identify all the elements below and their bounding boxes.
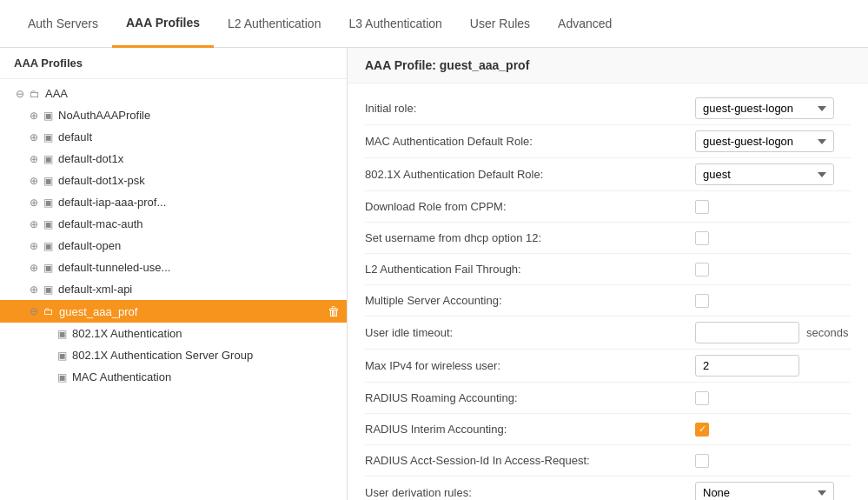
select-dot1x-default-role[interactable]: guestguest-guest-logondefault <box>695 163 834 185</box>
tree-item-default-open[interactable]: ⊕▣default-open <box>0 235 347 257</box>
top-nav: Auth ServersAAA ProfilesL2 Authenticatio… <box>0 0 868 48</box>
tree-item-default-iap-aaa-prof[interactable]: ⊕▣default-iap-aaa-prof... <box>0 191 347 213</box>
form-control-user-idle-timeout: seconds <box>695 322 851 343</box>
expand-icon[interactable]: ⊕ <box>28 240 40 252</box>
form-row-download-role-cppm: Download Role from CPPM: <box>365 191 851 223</box>
tree-item-label: default-mac-auth <box>58 217 340 230</box>
expand-icon[interactable]: ⊕ <box>28 283 40 296</box>
form-label-radius-interim-accounting: RADIUS Interim Accounting: <box>365 423 695 436</box>
nav-item-aaa-profiles[interactable]: AAA Profiles <box>112 0 214 48</box>
form-control-max-ipv4-wireless <box>695 355 851 377</box>
file-icon: ▣ <box>57 328 67 340</box>
checkbox-radius-interim-accounting[interactable]: ✓ <box>695 423 709 437</box>
form-row-dot1x-default-role: 802.1X Authentication Default Role:guest… <box>365 158 851 191</box>
form-row-user-idle-timeout: User idle timeout:seconds <box>365 317 851 350</box>
tree-item-label: MAC Authentication <box>72 370 340 383</box>
form-row-mac-auth-default-role: MAC Authentication Default Role:guest-gu… <box>365 125 851 158</box>
seconds-label: seconds <box>806 326 848 339</box>
checkbox-l2-auth-fail-through[interactable] <box>695 263 709 277</box>
tree-item-mac-auth[interactable]: ▣MAC Authentication <box>0 366 347 388</box>
form-label-user-derivation-rules: User derivation rules: <box>365 486 695 499</box>
form-row-radius-acct-session-id: RADIUS Acct-Session-Id In Access-Request… <box>365 445 851 477</box>
tree-item-default-dot1x-psk[interactable]: ⊕▣default-dot1x-psk <box>0 170 347 191</box>
right-panel-title: AAA Profile: guest_aaa_prof <box>348 48 868 83</box>
expand-icon[interactable]: ⊕ <box>28 218 40 230</box>
input-max-ipv4-wireless[interactable] <box>695 355 799 377</box>
tree-item-no-auth[interactable]: ⊕▣NoAuthAAAProfile <box>0 104 347 126</box>
form-row-initial-role: Initial role:guest-guest-logonguestdefau… <box>365 92 851 125</box>
form-row-set-username-dhcp: Set username from dhcp option 12: <box>365 223 851 254</box>
form-control-user-derivation-rules: None <box>695 482 851 500</box>
file-icon: ▣ <box>57 350 67 362</box>
checkbox-radius-acct-session-id[interactable] <box>695 454 709 468</box>
delete-icon[interactable]: 🗑 <box>328 304 340 318</box>
collapse-icon[interactable]: ⊖ <box>28 305 40 317</box>
file-icon: ▣ <box>43 153 53 165</box>
tree-item-aaa-root[interactable]: ⊖🗀AAA <box>0 83 347 104</box>
nav-item-auth-servers[interactable]: Auth Servers <box>14 0 112 48</box>
nav-item-advanced[interactable]: Advanced <box>544 0 626 48</box>
file-icon: ▣ <box>43 110 53 122</box>
expand-icon[interactable]: ⊕ <box>28 153 40 165</box>
form-control-initial-role: guest-guest-logonguestdefault <box>695 97 851 119</box>
expand-icon[interactable]: ⊕ <box>28 110 40 122</box>
tree-item-label: 802.1X Authentication Server Group <box>72 349 340 362</box>
folder-icon: 🗀 <box>30 88 40 100</box>
tree-item-default[interactable]: ⊕▣default <box>0 126 347 148</box>
file-icon: ▣ <box>43 218 53 230</box>
tree-item-label: default-xml-api <box>58 283 340 296</box>
tree-item-label: default-dot1x <box>58 152 340 165</box>
input-user-idle-timeout[interactable] <box>695 322 799 343</box>
expand-icon[interactable]: ⊕ <box>28 262 40 274</box>
tree-item-dot1x-auth[interactable]: ▣802.1X Authentication <box>0 323 347 344</box>
form-row-user-derivation-rules: User derivation rules:None <box>365 477 851 500</box>
checkbox-download-role-cppm[interactable] <box>695 200 709 214</box>
file-icon: ▣ <box>43 283 53 296</box>
form-control-l2-auth-fail-through <box>695 263 851 277</box>
form-label-set-username-dhcp: Set username from dhcp option 12: <box>365 231 695 244</box>
expand-icon[interactable]: ⊕ <box>28 131 40 143</box>
form-control-download-role-cppm <box>695 200 851 214</box>
nav-item-user-rules[interactable]: User Rules <box>456 0 544 48</box>
select-initial-role[interactable]: guest-guest-logonguestdefault <box>695 97 834 119</box>
checkbox-radius-roaming-accounting[interactable] <box>695 391 709 405</box>
tree-item-default-xml-api[interactable]: ⊕▣default-xml-api <box>0 278 347 300</box>
select-mac-auth-default-role[interactable]: guest-guest-logonguestdefault <box>695 130 834 152</box>
select-user-derivation-rules[interactable]: None <box>695 482 834 500</box>
form-section: Initial role:guest-guest-logonguestdefau… <box>348 83 868 500</box>
form-label-l2-auth-fail-through: L2 Authentication Fail Through: <box>365 263 695 276</box>
form-control-multiple-server-accounting <box>695 294 851 308</box>
left-panel-title: AAA Profiles <box>0 48 347 79</box>
collapse-icon[interactable]: ⊖ <box>14 88 26 100</box>
nav-item-l2-auth[interactable]: L2 Authentication <box>214 0 335 48</box>
tree-item-default-mac-auth[interactable]: ⊕▣default-mac-auth <box>0 213 347 235</box>
checkbox-multiple-server-accounting[interactable] <box>695 294 709 308</box>
file-icon: ▣ <box>43 240 53 252</box>
form-control-set-username-dhcp <box>695 231 851 245</box>
form-label-radius-acct-session-id: RADIUS Acct-Session-Id In Access-Request… <box>365 454 695 467</box>
tree-item-guest-aaa-prof[interactable]: ⊖🗀guest_aaa_prof🗑 <box>0 300 347 323</box>
tree-item-label: default-open <box>58 239 340 252</box>
form-label-max-ipv4-wireless: Max IPv4 for wireless user: <box>365 359 695 372</box>
tree-item-dot1x-auth-server-group[interactable]: ▣802.1X Authentication Server Group <box>0 344 347 366</box>
form-control-radius-interim-accounting: ✓ <box>695 423 851 437</box>
file-icon: ▣ <box>43 197 53 209</box>
content-area: AAA Profiles ⊖🗀AAA⊕▣NoAuthAAAProfile⊕▣de… <box>0 48 868 500</box>
tree-item-label: guest_aaa_prof <box>59 305 328 318</box>
form-row-radius-interim-accounting: RADIUS Interim Accounting:✓ <box>365 414 851 445</box>
tree-item-default-tunneled-use[interactable]: ⊕▣default-tunneled-use... <box>0 257 347 278</box>
expand-icon[interactable]: ⊕ <box>28 175 40 187</box>
nav-item-l3-auth[interactable]: L3 Authentication <box>335 0 455 48</box>
folder-icon: 🗀 <box>43 305 54 317</box>
tree-item-label: default-tunneled-use... <box>58 261 340 274</box>
tree: ⊖🗀AAA⊕▣NoAuthAAAProfile⊕▣default⊕▣defaul… <box>0 79 347 500</box>
expand-icon[interactable]: ⊕ <box>28 197 40 209</box>
tree-item-label: NoAuthAAAProfile <box>58 109 340 122</box>
file-icon: ▣ <box>43 175 53 187</box>
tree-item-label: 802.1X Authentication <box>72 327 340 340</box>
form-control-radius-acct-session-id <box>695 454 851 468</box>
form-label-multiple-server-accounting: Multiple Server Accounting: <box>365 294 695 307</box>
checkbox-set-username-dhcp[interactable] <box>695 231 709 245</box>
tree-item-default-dot1x[interactable]: ⊕▣default-dot1x <box>0 148 347 170</box>
form-row-radius-roaming-accounting: RADIUS Roaming Accounting: <box>365 383 851 414</box>
